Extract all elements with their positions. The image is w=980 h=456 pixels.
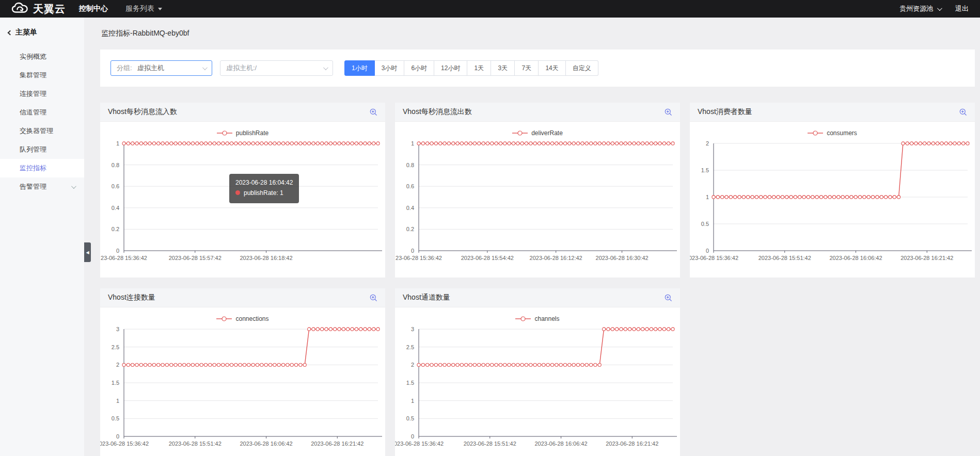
sidebar: 主菜单 实例概览集群管理连接管理信道管理交换器管理队列管理监控指标告警管理	[0, 18, 84, 456]
legend-marker-icon	[515, 316, 531, 321]
sidebar-item[interactable]: 监控指标	[0, 159, 84, 177]
sidebar-item[interactable]: 连接管理	[0, 85, 84, 103]
svg-text:2023-06-28 15:57:42: 2023-06-28 15:57:42	[169, 255, 222, 261]
sidebar-item[interactable]: 实例概览	[0, 47, 84, 66]
sidebar-item-label: 实例概览	[20, 52, 46, 61]
chart-header: Vhost消费者数量	[690, 103, 975, 122]
legend-label: consumers	[827, 129, 857, 137]
legend-label: connections	[235, 315, 268, 322]
time-range-button[interactable]: 12小时	[434, 60, 467, 76]
chart-legend[interactable]: publishRate	[100, 122, 385, 138]
legend-marker-icon	[808, 131, 823, 136]
sidebar-collapse-handle[interactable]: ◀	[84, 242, 91, 262]
svg-text:2.5: 2.5	[112, 344, 119, 350]
sidebar-item-label: 集群管理	[20, 71, 46, 80]
chart-canvas[interactable]: 21.510.50023-06-28 15:36:422023-06-28 15…	[690, 138, 975, 267]
zoom-in-icon[interactable]	[665, 294, 672, 302]
svg-text:2023-06-28 16:21:42: 2023-06-28 16:21:42	[900, 255, 953, 261]
svg-text:2023-06-28 15:51:42: 2023-06-28 15:51:42	[464, 441, 516, 447]
legend-label: publishRate	[236, 129, 268, 137]
svg-text:2023-06-28 16:06:42: 2023-06-28 16:06:42	[240, 441, 292, 447]
chart-canvas[interactable]: 10.80.60.40.2023-06-28 15:36:422023-06-2…	[395, 138, 680, 267]
svg-text:1.5: 1.5	[406, 380, 414, 386]
chart-header: Vhost每秒消息流入数	[100, 103, 385, 122]
time-range-button[interactable]: 1天	[467, 60, 491, 76]
charts-grid: Vhost每秒消息流入数publishRate10.80.60.40.2023-…	[100, 103, 975, 456]
chart-body: publishRate10.80.60.40.2023-06-28 15:36:…	[100, 122, 385, 267]
vhost-select[interactable]: 虚拟主机:/	[220, 60, 333, 76]
chart-title: Vhost通道数量	[403, 293, 450, 302]
svg-text:2: 2	[411, 362, 414, 368]
group-select-value: 虚拟主机	[137, 63, 164, 73]
legend-label: deliverRate	[531, 129, 563, 137]
svg-text:0.4: 0.4	[406, 205, 414, 211]
sidebar-item-label: 交换器管理	[20, 126, 53, 136]
time-range-button[interactable]: 1小时	[344, 60, 375, 76]
svg-text:1.5: 1.5	[112, 380, 119, 386]
logout-button[interactable]: 退出	[955, 4, 969, 13]
zoom-in-icon[interactable]	[665, 108, 672, 116]
chart-body: deliverRate10.80.60.40.2023-06-28 15:36:…	[395, 122, 680, 267]
sidebar-item[interactable]: 交换器管理	[0, 122, 84, 140]
vhost-select-value: 虚拟主机:/	[226, 63, 257, 73]
console-center-link[interactable]: 控制中心	[79, 4, 108, 13]
time-range-button[interactable]: 自定义	[566, 60, 598, 76]
svg-text:0: 0	[116, 248, 119, 254]
svg-text:0.5: 0.5	[406, 415, 414, 421]
svg-text:2023-06-28 16:06:42: 2023-06-28 16:06:42	[829, 255, 882, 261]
sidebar-item[interactable]: 队列管理	[0, 140, 84, 159]
chevron-down-icon	[202, 65, 208, 70]
svg-text:3: 3	[116, 326, 119, 332]
service-list-menu[interactable]: 服务列表	[125, 4, 162, 13]
svg-text:1.5: 1.5	[701, 167, 709, 173]
sidebar-item[interactable]: 告警管理	[0, 177, 84, 196]
time-range-button[interactable]: 6小时	[404, 60, 434, 76]
svg-text:023-06-28 15:36:42: 023-06-28 15:36:42	[395, 441, 444, 447]
svg-text:1: 1	[706, 194, 709, 200]
svg-text:1: 1	[116, 398, 119, 404]
chart-legend[interactable]: deliverRate	[395, 122, 680, 138]
chart-card: Vhost通道数量channels32.521.510.50023-06-28 …	[395, 288, 680, 456]
svg-text:0.8: 0.8	[112, 162, 119, 168]
sidebar-item-label: 告警管理	[20, 182, 46, 191]
main-content: 监控指标-RabbitMQ-eby0bf 分组: 虚拟主机 虚拟主机:/ 1小时…	[84, 18, 980, 456]
chevron-left-icon	[8, 30, 13, 35]
chart-legend[interactable]: connections	[100, 307, 385, 324]
zoom-in-icon[interactable]	[959, 108, 967, 116]
cloud-logo-icon	[11, 2, 29, 15]
brand-name: 天翼云	[33, 2, 66, 16]
svg-text:2023-06-28 16:21:42: 2023-06-28 16:21:42	[606, 441, 658, 447]
svg-text:2023-06-28 16:12:42: 2023-06-28 16:12:42	[530, 255, 582, 261]
group-select[interactable]: 分组: 虚拟主机	[110, 60, 212, 76]
time-range-button[interactable]: 14天	[539, 60, 565, 76]
chart-canvas[interactable]: 10.80.60.40.2023-06-28 15:36:422023-06-2…	[100, 138, 385, 267]
chart-legend[interactable]: channels	[395, 307, 680, 324]
svg-text:1: 1	[116, 140, 119, 146]
chart-body: channels32.521.510.50023-06-28 15:36:422…	[395, 307, 680, 453]
sidebar-item-label: 连接管理	[20, 89, 46, 99]
time-range-button[interactable]: 3天	[491, 60, 515, 76]
collapse-arrow-icon: ◀	[86, 250, 89, 255]
svg-text:0.5: 0.5	[701, 221, 709, 227]
zoom-in-icon[interactable]	[370, 108, 377, 116]
top-navbar: 天翼云 控制中心 服务列表 贵州资源池 退出	[0, 0, 980, 18]
chart-legend[interactable]: consumers	[690, 122, 975, 138]
time-range-button[interactable]: 3小时	[375, 60, 405, 76]
legend-label: channels	[534, 315, 559, 322]
brand-logo[interactable]: 天翼云	[11, 2, 66, 16]
sidebar-back[interactable]: 主菜单	[0, 26, 84, 47]
sidebar-nav: 实例概览集群管理连接管理信道管理交换器管理队列管理监控指标告警管理	[0, 47, 84, 196]
chart-title: Vhost消费者数量	[698, 107, 752, 117]
zoom-in-icon[interactable]	[370, 294, 377, 302]
chart-canvas[interactable]: 32.521.510.50023-06-28 15:36:422023-06-2…	[100, 324, 385, 453]
filter-bar: 分组: 虚拟主机 虚拟主机:/ 1小时3小时6小时12小时1天3天7天14天自定…	[100, 50, 975, 87]
region-selector[interactable]: 贵州资源池	[899, 4, 941, 13]
sidebar-item-label: 监控指标	[20, 164, 46, 173]
chart-title: Vhost每秒消息流入数	[108, 107, 177, 117]
sidebar-item[interactable]: 集群管理	[0, 66, 84, 85]
svg-text:0: 0	[411, 248, 414, 254]
sidebar-item[interactable]: 信道管理	[0, 103, 84, 122]
time-range-button[interactable]: 7天	[515, 60, 539, 76]
chart-card: Vhost消费者数量consumers21.510.50023-06-28 15…	[690, 103, 975, 278]
chart-canvas[interactable]: 32.521.510.50023-06-28 15:36:422023-06-2…	[395, 324, 680, 453]
